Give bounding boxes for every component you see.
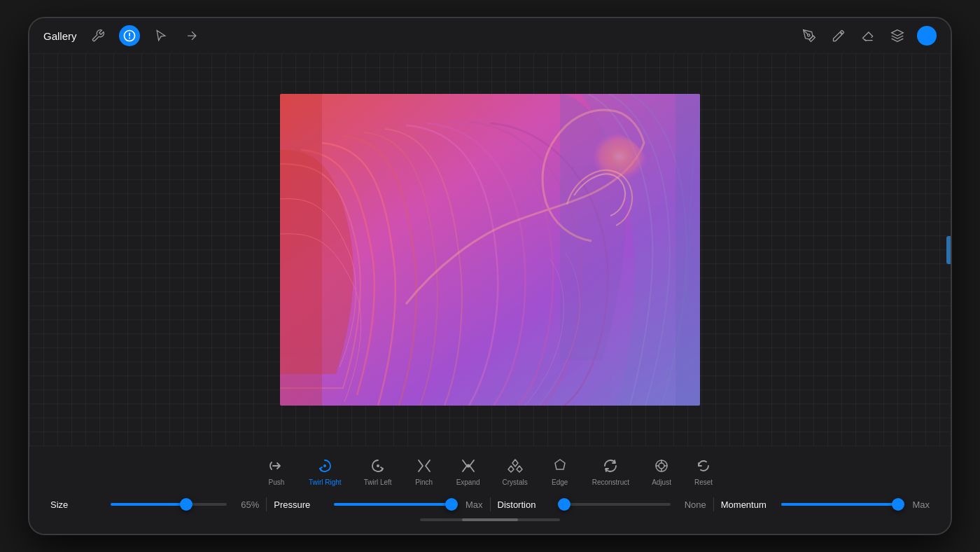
svg-point-2 [539, 129, 651, 227]
pressure-slider-group: Pressure Max [274, 499, 482, 510]
pinch-icon [414, 456, 434, 476]
pinch-label: Pinch [415, 478, 433, 486]
artwork [280, 94, 700, 406]
tool-push[interactable]: Push [255, 452, 298, 490]
momentum-slider-thumb[interactable] [892, 498, 904, 511]
tool-twirl-right[interactable]: Twirl Right [298, 452, 353, 490]
svg-point-7 [466, 464, 470, 468]
transform-icon[interactable] [182, 26, 202, 46]
svg-point-6 [377, 464, 379, 467]
svg-point-5 [323, 464, 326, 467]
tool-reset[interactable]: Reset [682, 452, 724, 490]
tool-pinch[interactable]: Pinch [403, 452, 445, 490]
device-frame: Gallery [28, 17, 952, 535]
size-label: Size [50, 499, 99, 510]
tool-edge[interactable]: Edge [539, 452, 581, 490]
divider-2 [490, 497, 491, 511]
toolbar: Gallery [29, 18, 951, 53]
tool-crystals[interactable]: Crystals [491, 452, 539, 490]
crystals-icon [505, 456, 525, 476]
pressure-slider-track[interactable] [334, 503, 451, 506]
pressure-label: Pressure [274, 499, 323, 510]
distortion-slider-group: Distortion None [498, 499, 706, 510]
distortion-label: Distortion [498, 499, 547, 510]
momentum-slider-fill [781, 503, 899, 506]
momentum-slider-group: Momentum Max [721, 499, 930, 510]
divider-3 [713, 497, 714, 511]
distortion-slider-thumb[interactable] [558, 498, 570, 511]
reconstruct-icon [601, 456, 620, 476]
pressure-value: Max [465, 499, 483, 510]
twirl-left-icon [368, 456, 388, 476]
momentum-value: Max [912, 499, 930, 510]
tool-reconstruct[interactable]: Reconstruct [581, 452, 640, 490]
push-label: Push [269, 478, 285, 486]
side-handle[interactable] [946, 236, 951, 264]
size-slider-thumb[interactable] [180, 498, 192, 511]
momentum-label: Momentum [721, 499, 770, 510]
pressure-slider-fill [334, 503, 451, 506]
toolbar-right [799, 26, 937, 46]
reset-label: Reset [694, 478, 713, 486]
svg-point-10 [659, 463, 664, 469]
expand-label: Expand [456, 478, 480, 486]
tool-adjust[interactable]: Adjust [640, 452, 682, 490]
distortion-value: None [685, 499, 706, 510]
reconstruct-label: Reconstruct [592, 478, 629, 486]
svg-marker-8 [555, 460, 565, 469]
scrollbar-thumb[interactable] [462, 518, 518, 521]
svg-rect-4 [676, 94, 700, 406]
twirl-right-label: Twirl Right [309, 478, 342, 486]
toolbar-left: Gallery [43, 25, 202, 46]
adjust-icon [652, 456, 671, 476]
select-icon[interactable] [151, 26, 171, 46]
color-picker-icon[interactable] [917, 26, 937, 46]
eraser-icon[interactable] [858, 26, 878, 46]
liquify-icon[interactable] [119, 25, 140, 46]
gallery-button[interactable]: Gallery [43, 30, 77, 42]
layers-icon[interactable] [888, 26, 907, 46]
brush-icon[interactable] [829, 26, 848, 46]
pressure-slider-thumb[interactable] [445, 498, 458, 511]
bottom-scrollbar[interactable] [29, 516, 951, 527]
reset-icon [694, 456, 713, 476]
liquify-tools-row: Push Twirl Right [29, 446, 951, 493]
size-slider-track[interactable] [111, 503, 227, 506]
pen-tool-icon[interactable] [799, 26, 819, 46]
push-icon [267, 456, 286, 476]
size-slider-group: Size 65% [50, 499, 259, 510]
adjust-label: Adjust [652, 478, 671, 486]
edge-label: Edge [552, 478, 568, 486]
distortion-slider-track[interactable] [558, 503, 671, 506]
tool-expand[interactable]: Expand [445, 452, 491, 490]
scrollbar-track [420, 518, 560, 521]
momentum-slider-track[interactable] [781, 503, 899, 506]
edge-icon [550, 456, 570, 476]
size-slider-fill [111, 503, 186, 506]
crystals-label: Crystals [503, 478, 528, 486]
twirl-left-label: Twirl Left [364, 478, 392, 486]
divider-1 [266, 497, 267, 511]
svg-rect-3 [280, 94, 322, 406]
screen: Gallery [29, 18, 951, 534]
canvas-area[interactable] [29, 53, 951, 446]
bottom-panel: Push Twirl Right [29, 446, 951, 534]
svg-point-0 [808, 34, 810, 36]
twirl-right-icon [315, 456, 335, 476]
sliders-row: Size 65% Pressure Max [29, 493, 951, 516]
size-value: 65% [241, 499, 259, 510]
wrench-icon[interactable] [88, 26, 108, 46]
tool-twirl-left[interactable]: Twirl Left [353, 452, 403, 490]
expand-icon [458, 456, 478, 476]
